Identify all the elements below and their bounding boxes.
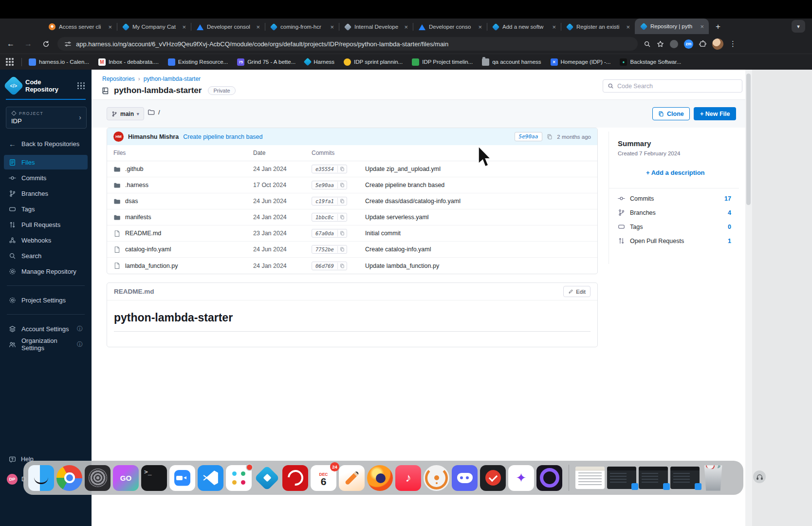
bookmark[interactable]: harness.io - Calen... [29, 58, 89, 66]
tab-close-icon[interactable]: × [329, 23, 335, 31]
browser-tab[interactable]: My Company Cat× [117, 19, 191, 34]
branch-selector[interactable]: main ▾ [107, 107, 144, 120]
sidebar-item-files[interactable]: Files [4, 155, 88, 169]
tab-close-icon[interactable]: × [625, 23, 631, 31]
dock-goland-icon[interactable]: GO [113, 465, 139, 491]
zoom-extension-icon[interactable]: zm [684, 39, 693, 49]
code-search-input[interactable] [617, 83, 738, 90]
file-name[interactable]: manifests [125, 214, 151, 221]
breadcrumb-repositories-link[interactable]: Repositories [102, 75, 135, 82]
table-row[interactable]: .harness 17 Oct 2024 5e90aa Create pipel… [107, 177, 597, 193]
stat-open-pull-requests[interactable]: Open Pull Requests 1 [618, 234, 739, 248]
dock-calendar-icon[interactable]: DEC 6 24 [311, 465, 336, 491]
search-icon[interactable] [644, 40, 651, 48]
commit-hash-chip[interactable]: 1bbc8c [312, 213, 347, 222]
dock-minimized-code-window[interactable] [639, 467, 668, 489]
back-button[interactable]: ← [4, 37, 18, 51]
bookmark[interactable]: IDP sprint plannin... [344, 58, 403, 66]
commit-hash-chip[interactable]: e35554 [312, 165, 347, 173]
dock-apple-music-icon[interactable]: ♪ [395, 465, 421, 491]
copy-icon[interactable] [337, 246, 347, 253]
bookmark[interactable]: MInbox - debabrata.... [98, 58, 159, 66]
dock-red-media-app-icon[interactable] [282, 465, 308, 491]
dock-terminal-icon[interactable]: >_ [141, 465, 167, 491]
dock-chrome-icon[interactable] [56, 465, 82, 491]
breadcrumb-current[interactable]: python-lambda-starter [144, 75, 201, 82]
sidebar-item-project-settings[interactable]: Project Settings [4, 293, 88, 307]
sidebar-item-manage-repository[interactable]: Manage Repository [4, 264, 88, 279]
dock-system-settings-icon[interactable] [85, 465, 111, 491]
dock-firefox-icon[interactable] [367, 465, 393, 491]
address-bar[interactable]: app.harness.io/ng/account/6_vVHzo9Qeu9fX… [57, 37, 638, 51]
back-to-repositories[interactable]: ←Back to Repositories [4, 136, 88, 151]
dock-minimized-document-window[interactable] [575, 467, 605, 489]
browser-tab[interactable]: Register an existi× [561, 19, 635, 34]
commit-hash-chip[interactable]: 06d769 [312, 262, 347, 270]
copy-icon[interactable] [337, 198, 347, 205]
table-row[interactable]: .github 24 Jan 2024 e35554 Update zip_an… [107, 161, 597, 177]
sidebar-item-account-settings[interactable]: Account Settings ⓘ [4, 321, 88, 336]
forward-button[interactable]: → [21, 37, 35, 51]
browser-tab-active[interactable]: Repository | pyth× [635, 19, 709, 34]
commit-message[interactable]: Update lambda_function.py [365, 263, 597, 269]
tab-close-icon[interactable]: × [403, 23, 409, 31]
browser-tab[interactable]: Access server cli× [43, 19, 117, 34]
dock-vscode-icon[interactable] [198, 465, 223, 491]
extension-badge-icon[interactable] [670, 40, 678, 48]
dock-openvpn-icon[interactable] [424, 465, 449, 491]
commit-hash-chip[interactable]: 67a0da [312, 229, 347, 238]
code-search-box[interactable] [603, 79, 742, 93]
clone-button[interactable]: Clone [652, 107, 690, 120]
site-settings-icon[interactable] [64, 40, 72, 48]
new-tab-button[interactable]: + [712, 20, 724, 33]
tab-close-icon[interactable]: × [477, 23, 483, 31]
project-selector[interactable]: PROJECT IDP › [6, 107, 87, 129]
dock-finder-icon[interactable] [28, 465, 54, 491]
dock-slack-icon[interactable] [226, 465, 252, 491]
sidebar-item-pull-requests[interactable]: Pull Requests [4, 217, 88, 232]
tab-close-icon[interactable]: × [551, 23, 557, 31]
dock-zoom-icon[interactable] [169, 465, 195, 491]
bookmark[interactable]: Harness [305, 59, 334, 65]
file-name[interactable]: .github [125, 166, 144, 172]
reload-button[interactable] [39, 37, 53, 51]
edit-button[interactable]: Edit [563, 286, 591, 297]
tab-close-icon[interactable]: × [181, 23, 187, 31]
commit-hash-chip[interactable]: 7752be [312, 245, 347, 254]
sidebar-item-branches[interactable]: Branches [4, 186, 88, 201]
commit-message[interactable]: Create pipeline branch based [365, 182, 597, 188]
sidebar-item-organization-settings[interactable]: Organization Settings ⓘ [4, 337, 88, 352]
copy-icon[interactable] [337, 182, 347, 188]
stat-tags[interactable]: Tags 0 [618, 220, 739, 234]
browser-tab[interactable]: Developer conso× [413, 19, 487, 34]
commit-hash-chip[interactable]: c19fa1 [312, 197, 347, 206]
bookmark[interactable]: Existing Resource... [168, 58, 228, 66]
bookmark[interactable]: IDP Project timelin... [412, 58, 473, 66]
bookmark-star-icon[interactable] [657, 40, 664, 48]
sidebar-item-commits[interactable]: Commits [4, 170, 88, 185]
commit-hash-chip[interactable]: 5e90aa [312, 181, 347, 189]
folder-icon[interactable] [148, 109, 155, 116]
bookmark[interactable]: ✕Homepage (IDP) -... [551, 58, 611, 66]
commit-message[interactable]: Update serverless.yaml [365, 214, 597, 221]
scrollbar-thumb[interactable] [746, 74, 751, 205]
sidebar-item-search[interactable]: Search [4, 248, 88, 263]
browser-tab[interactable]: coming-from-hcr× [265, 19, 339, 34]
add-description-link[interactable]: + Add a description [646, 169, 739, 176]
dock-backstage-icon[interactable] [254, 465, 280, 491]
commit-hash-chip[interactable]: 5e90aa [515, 132, 543, 141]
table-row[interactable]: README.md 23 Jan 2024 67a0da Initial com… [107, 225, 597, 242]
stat-commits[interactable]: Commits 17 [618, 191, 739, 206]
commit-message[interactable]: Create dsas/dasd/catalog-info.yaml [365, 198, 597, 205]
apps-grid-icon[interactable] [6, 58, 14, 66]
new-file-button[interactable]: + New File [694, 107, 736, 120]
dock-minimized-code-window[interactable] [607, 467, 636, 489]
table-row[interactable]: dsas 24 Jun 2024 c19fa1 Create dsas/dasd… [107, 193, 597, 209]
bookmark[interactable]: qa account harness [482, 58, 541, 66]
dock-pencil-app-icon[interactable] [339, 465, 365, 491]
copy-icon[interactable] [337, 230, 347, 237]
commit-message[interactable]: Initial commit [365, 230, 597, 237]
extensions-puzzle-icon[interactable] [699, 40, 706, 48]
profile-avatar[interactable] [712, 38, 723, 50]
file-name[interactable]: catalog-info.yaml [125, 246, 171, 253]
